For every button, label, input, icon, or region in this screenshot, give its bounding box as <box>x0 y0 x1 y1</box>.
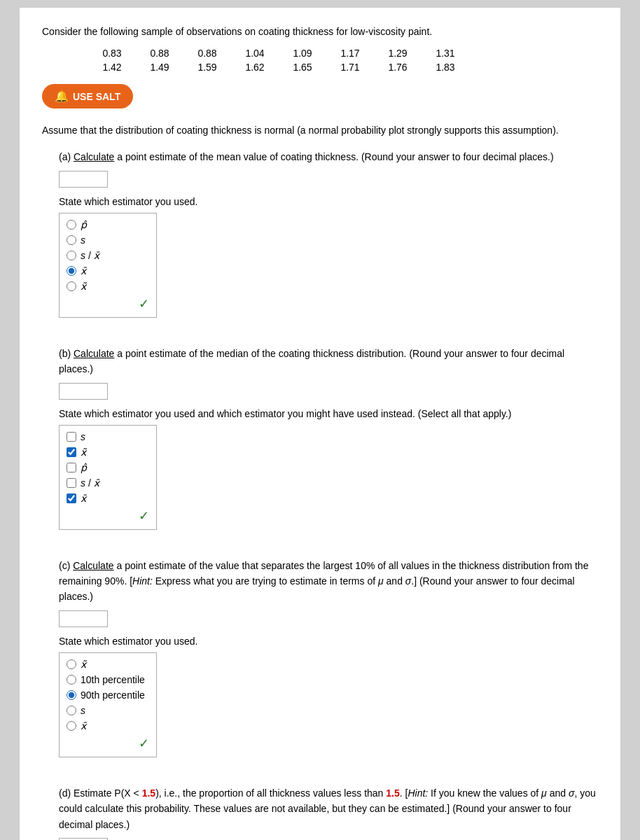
part-c-label-90th: 90th percentile <box>81 690 145 701</box>
part-a-option-phat[interactable]: p̂ <box>67 219 149 230</box>
check-icon-b: ✓ <box>139 508 149 524</box>
assumption-text: Assume that the distribution of coating … <box>42 122 598 138</box>
part-b-checkmark: ✓ <box>67 508 149 524</box>
salt-icon: 🔔 <box>55 90 69 103</box>
part-b-check-s[interactable] <box>67 432 76 442</box>
part-b-option-xbar[interactable]: x̄ <box>67 493 149 504</box>
part-c-option-s[interactable]: s <box>67 705 149 716</box>
part-d-question: (d) Estimate P(X < 1.5), i.e., the propo… <box>59 785 598 832</box>
part-a-radio-phat[interactable] <box>67 220 76 230</box>
part-a-option-xtilde[interactable]: x̃ <box>67 281 149 292</box>
salt-button-label: USE SALT <box>73 91 120 102</box>
part-c-radio-xbar[interactable] <box>67 721 76 731</box>
part-b-check-xbar[interactable] <box>67 493 76 503</box>
part-d-highlight-2: 1.5 <box>386 788 399 799</box>
main-page: Consider the following sample of observa… <box>19 7 621 840</box>
part-c-section: (c) Calculate a point estimate of the va… <box>59 558 598 769</box>
part-c-label-10th: 10th percentile <box>81 674 145 685</box>
part-a-label-xtilde: x̃ <box>81 281 86 292</box>
data-cell: 1.04 <box>241 48 269 59</box>
part-b-label-xbar: x̄ <box>81 493 86 504</box>
part-a-label-s: s <box>81 234 85 246</box>
part-a-radio-s[interactable] <box>67 235 76 245</box>
part-a-option-s[interactable]: s <box>67 234 149 246</box>
part-b-label-s: s <box>81 431 85 442</box>
intro-text: Consider the following sample of observa… <box>42 24 598 39</box>
data-cell: 1.29 <box>384 48 412 59</box>
data-cell: 0.88 <box>193 48 221 59</box>
part-a-estimator-label: State which estimator you used. <box>59 196 598 207</box>
part-a-radio-soverx[interactable] <box>67 251 76 260</box>
part-b-option-phat[interactable]: p̂ <box>67 462 149 473</box>
data-cell: 1.83 <box>431 62 459 73</box>
part-c-radio-90th[interactable] <box>67 690 76 700</box>
data-cell: 1.09 <box>288 48 316 59</box>
data-row-2: 1.42 1.49 1.59 1.62 1.65 1.71 1.76 1.83 <box>98 62 598 73</box>
part-a-label-phat: p̂ <box>81 219 87 230</box>
part-a-label-xbar: x̄ <box>81 265 86 276</box>
part-c-radio-s[interactable] <box>67 706 76 715</box>
data-row-1: 0.83 0.88 0.88 1.04 1.09 1.17 1.29 1.31 <box>98 48 598 59</box>
part-d-highlight-1: 1.5 <box>142 788 155 799</box>
part-c-label-s: s <box>81 705 85 716</box>
part-b-checkbox-group: s x̃ p̂ s / x̄ x̄ ✓ <box>59 425 157 530</box>
part-b-check-xtilde[interactable] <box>67 447 76 457</box>
use-salt-button[interactable]: 🔔 USE SALT <box>42 84 133 108</box>
check-icon-a: ✓ <box>139 296 149 312</box>
part-c-option-10th[interactable]: 10th percentile <box>67 674 149 685</box>
data-cell: 0.83 <box>98 48 126 59</box>
part-c-radio-10th[interactable] <box>67 675 76 685</box>
part-d-section: (d) Estimate P(X < 1.5), i.e., the propo… <box>59 785 598 840</box>
data-cell: 1.42 <box>98 62 126 73</box>
part-c-question: (c) Calculate a point estimate of the va… <box>59 558 598 605</box>
part-b-estimator-label: State which estimator you used and which… <box>59 408 598 419</box>
part-c-option-xtilde[interactable]: x̃ <box>67 659 149 670</box>
part-c-label-xbar: x̄ <box>81 720 86 732</box>
part-b-option-xtilde[interactable]: x̃ <box>67 447 149 458</box>
data-cell: 1.76 <box>384 62 412 73</box>
data-cell: 1.17 <box>336 48 364 59</box>
data-cell: 1.71 <box>336 62 364 73</box>
data-cell: 0.88 <box>146 48 174 59</box>
part-b-label-phat: p̂ <box>81 462 87 473</box>
part-c-estimator-label: State which estimator you used. <box>59 636 598 647</box>
part-a-question: (a) Calculate a point estimate of the me… <box>59 149 598 164</box>
part-c-radio-group: x̃ 10th percentile 90th percentile s x̄ … <box>59 652 157 757</box>
part-c-checkmark: ✓ <box>67 736 149 751</box>
data-cell: 1.59 <box>193 62 221 73</box>
part-b-label-xtilde: x̃ <box>81 447 86 458</box>
part-a-section: (a) Calculate a point estimate of the me… <box>59 149 598 328</box>
data-table: 0.83 0.88 0.88 1.04 1.09 1.17 1.29 1.31 … <box>98 48 598 73</box>
part-b-question: (b) Calculate a point estimate of the me… <box>59 346 598 377</box>
part-c-radio-xtilde[interactable] <box>67 659 76 669</box>
check-icon-c: ✓ <box>139 736 149 751</box>
part-c-option-90th[interactable]: 90th percentile <box>67 690 149 701</box>
part-a-option-xbar[interactable]: x̄ <box>67 265 149 276</box>
data-cell: 1.31 <box>431 48 459 59</box>
part-b-label-soverx: s / x̄ <box>81 477 99 489</box>
part-a-label-soverx: s / x̄ <box>81 250 99 261</box>
part-a-checkmark: ✓ <box>67 296 149 312</box>
part-c-label-xtilde: x̃ <box>81 659 86 670</box>
part-b-option-s[interactable]: s <box>67 431 149 442</box>
part-b-section: (b) Calculate a point estimate of the me… <box>59 346 598 541</box>
data-cell: 1.65 <box>288 62 316 73</box>
data-cell: 1.49 <box>146 62 174 73</box>
part-a-radio-xbar[interactable] <box>67 266 76 276</box>
part-b-option-soverx[interactable]: s / x̄ <box>67 477 149 489</box>
data-cell: 1.62 <box>241 62 269 73</box>
part-b-input[interactable] <box>59 383 108 400</box>
part-b-check-soverx[interactable] <box>67 478 76 488</box>
part-b-check-phat[interactable] <box>67 463 76 472</box>
part-c-input[interactable] <box>59 610 108 627</box>
part-c-option-xbar[interactable]: x̄ <box>67 720 149 732</box>
part-a-option-soverx[interactable]: s / x̄ <box>67 250 149 261</box>
part-a-input[interactable] <box>59 171 108 188</box>
part-a-radio-group: p̂ s s / x̄ x̄ x̃ ✓ <box>59 213 157 318</box>
part-a-radio-xtilde[interactable] <box>67 281 76 291</box>
